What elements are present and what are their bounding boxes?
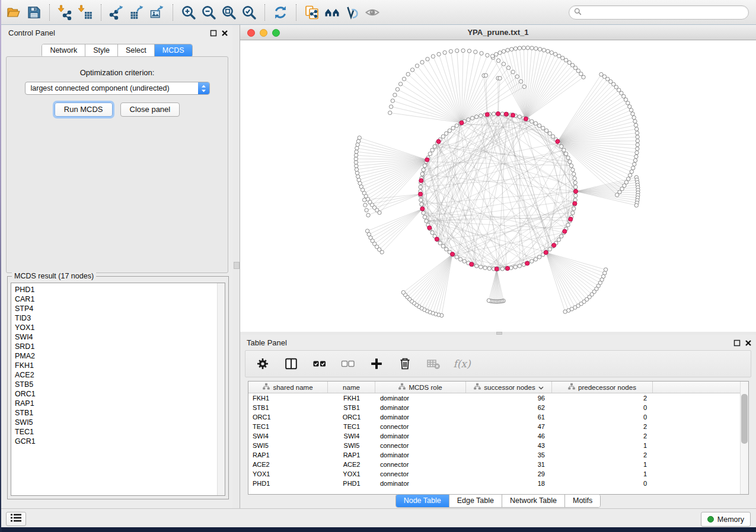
show-graphics-icon[interactable] <box>362 2 382 23</box>
column-header-shared-name[interactable]: shared name <box>248 382 328 393</box>
table-row[interactable]: ACE2ACE2connector311 <box>248 460 748 469</box>
mcds-result-list[interactable]: PHD1CAR1STP4TID3YOX1SWI4SRD1PMA2FKH1ACE2… <box>11 283 225 496</box>
mcds-result-item[interactable]: PHD1 <box>15 285 225 294</box>
export-network-icon[interactable] <box>107 2 127 23</box>
maximize-window-icon[interactable] <box>272 29 280 37</box>
mcds-panel: Optimization criterion: largest connecte… <box>6 56 228 273</box>
network-window-titlebar: YPA_prune.txt_1 <box>240 25 756 40</box>
tab-network[interactable]: Network <box>42 44 85 57</box>
network-graph[interactable] <box>240 40 756 331</box>
unselect-all-icon[interactable] <box>340 356 356 371</box>
tree-icon <box>568 383 575 391</box>
table-cell: RAP1 <box>248 451 328 459</box>
add-icon[interactable] <box>369 356 384 371</box>
close-window-icon[interactable] <box>247 29 255 37</box>
mcds-result-item[interactable]: STP4 <box>15 304 225 313</box>
mcds-result-item[interactable]: SWI4 <box>15 332 225 342</box>
table-row[interactable]: ORC1ORC1dominator610 <box>248 412 748 422</box>
table-cell: dominator <box>375 395 466 402</box>
import-table-icon[interactable] <box>75 2 95 23</box>
zoom-in-icon[interactable] <box>178 2 199 23</box>
tab-select[interactable]: Select <box>118 44 155 57</box>
minimize-window-icon[interactable] <box>260 29 267 37</box>
close-panel-button[interactable]: Close panel <box>120 102 180 117</box>
table-cell: TEC1 <box>248 423 328 430</box>
table-cell: connector <box>375 470 466 477</box>
mcds-result-item[interactable]: FKH1 <box>15 361 225 370</box>
table-row[interactable]: TEC1TEC1connector472 <box>248 422 748 431</box>
column-header-MCDS-role[interactable]: MCDS role <box>375 382 466 393</box>
select-all-icon[interactable] <box>312 356 327 371</box>
search-input[interactable] <box>585 8 744 17</box>
mcds-result-item[interactable]: ACE2 <box>15 370 225 380</box>
mcds-result-item[interactable]: GCR1 <box>15 437 225 446</box>
table-cell: dominator <box>375 480 466 487</box>
table-row[interactable]: STB1STB1dominator620 <box>248 403 748 412</box>
mcds-result-item[interactable]: ORC1 <box>15 389 225 399</box>
mcds-list-scrollbar[interactable] <box>217 283 225 495</box>
table-tab-motifs[interactable]: Motifs <box>565 495 600 507</box>
export-table-icon[interactable] <box>127 2 147 23</box>
table-cell: 43 <box>466 442 552 449</box>
mcds-result-item[interactable]: RAP1 <box>15 399 225 408</box>
run-mcds-button[interactable]: Run MCDS <box>55 102 113 117</box>
table-cell: 0 <box>552 414 653 421</box>
table-cell: 35 <box>466 451 552 459</box>
table-scrollbar-thumb[interactable] <box>741 394 748 444</box>
mcds-result-item[interactable]: SWI5 <box>15 418 225 427</box>
gear-icon[interactable] <box>255 356 270 371</box>
optimization-criterion-select[interactable]: largest connected component (undirected) <box>25 82 210 95</box>
open-folder-icon[interactable] <box>4 2 24 23</box>
zoom-selected-icon[interactable] <box>239 2 259 23</box>
table-row[interactable]: PHD1PHD1dominator180 <box>248 479 748 488</box>
export-image-icon[interactable] <box>147 2 167 23</box>
mcds-result-item[interactable]: TID3 <box>15 313 225 323</box>
column-header-name[interactable]: name <box>328 382 375 393</box>
mcds-result-item[interactable]: PMA2 <box>15 351 225 361</box>
duplicate-network-icon[interactable] <box>302 2 322 23</box>
table-row[interactable]: FKH1FKH1dominator962 <box>248 393 748 403</box>
network-canvas[interactable] <box>240 40 756 332</box>
close-table-panel-icon[interactable] <box>745 338 752 349</box>
table-row[interactable]: SWI4SWI4dominator462 <box>248 431 748 441</box>
zoom-fit-icon[interactable] <box>219 2 239 23</box>
vertical-splitter-handle[interactable] <box>234 262 240 269</box>
zoom-out-icon[interactable] <box>199 2 219 23</box>
table-tab-network-table[interactable]: Network Table <box>502 495 565 507</box>
table-tab-node-table[interactable]: Node Table <box>396 495 449 507</box>
mcds-result-item[interactable]: TEC1 <box>15 427 225 437</box>
vertical-splitter[interactable] <box>232 25 240 508</box>
save-icon[interactable] <box>24 2 44 23</box>
task-history-button[interactable] <box>6 512 26 526</box>
mcds-result-item[interactable]: STB1 <box>15 408 225 418</box>
toolbar-separator <box>296 4 296 21</box>
table-cell: connector <box>375 442 466 449</box>
tab-mcds[interactable]: MCDS <box>155 44 192 57</box>
search-network-icon[interactable] <box>322 2 342 23</box>
memory-button[interactable]: Memory <box>701 512 751 527</box>
table-row[interactable]: RAP1RAP1dominator352 <box>248 450 748 460</box>
close-panel-icon[interactable] <box>221 28 228 39</box>
tab-style[interactable]: Style <box>85 44 118 57</box>
network-search-box[interactable] <box>569 5 749 20</box>
mcds-result-item[interactable]: YOX1 <box>15 323 225 332</box>
columns-icon[interactable] <box>283 356 299 371</box>
table-cell: ORC1 <box>328 414 375 421</box>
table-row[interactable]: YOX1YOX1connector291 <box>248 469 748 479</box>
table-panel: Table Panel f(x) shared namenameMCDS rol… <box>240 335 756 508</box>
table-row[interactable]: SWI5SWI5connector431 <box>248 441 748 450</box>
table-tab-edge-table[interactable]: Edge Table <box>449 495 502 507</box>
table-cell: FKH1 <box>248 395 328 402</box>
refresh-icon[interactable] <box>270 2 291 23</box>
float-panel-icon[interactable] <box>210 28 217 39</box>
column-header-predecessor-nodes[interactable]: predecessor nodes <box>552 382 653 393</box>
mcds-result-item[interactable]: CAR1 <box>15 294 225 304</box>
column-header-successor-nodes[interactable]: successor nodes <box>466 382 552 393</box>
table-cell: SWI5 <box>248 442 328 449</box>
mcds-result-item[interactable]: SRD1 <box>15 342 225 351</box>
trash-icon[interactable] <box>397 356 413 371</box>
vizmapper-icon[interactable] <box>342 2 362 23</box>
import-network-icon[interactable] <box>55 2 75 23</box>
mcds-result-item[interactable]: STB5 <box>15 380 225 389</box>
float-table-panel-icon[interactable] <box>733 338 741 349</box>
